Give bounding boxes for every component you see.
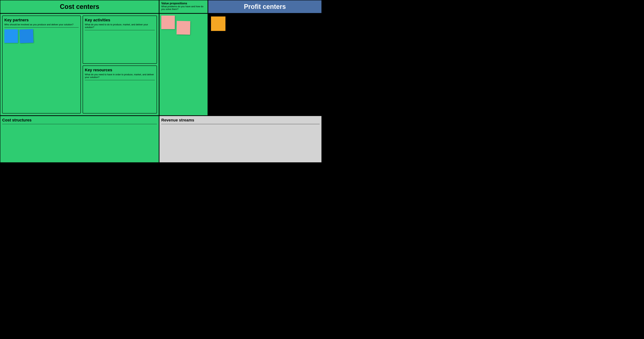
key-activities-subtitle: What do you need to do to produce, marke… <box>85 23 155 29</box>
sticky-note-pink-1[interactable] <box>161 16 175 29</box>
revenue-streams-title: Revenue streams <box>161 118 320 123</box>
header-value-propositions: Value propositions What problems do you … <box>159 0 208 14</box>
value-propositions-header-title: Value propositions <box>161 2 206 5</box>
key-activities-divider <box>85 30 155 30</box>
revenue-streams-panel: Revenue streams <box>159 116 322 163</box>
header-cost-centers: Cost centers <box>0 0 159 14</box>
key-partners-title: Key partners <box>4 18 79 23</box>
profit-centers-main <box>208 14 322 116</box>
value-propositions-header-subtitle: What problems do you have and how do you… <box>161 5 206 11</box>
key-partners-sticky-notes <box>4 29 79 43</box>
key-partners-subtitle: Who should be involved as you produce an… <box>4 23 79 26</box>
cost-structures-panel: Cost structures <box>0 116 159 163</box>
sticky-note-pink-2[interactable] <box>176 21 190 35</box>
cost-structures-title: Cost structures <box>2 118 157 123</box>
key-resources-subtitle: What do you need to have in order to pro… <box>85 73 155 79</box>
key-activities-resources-container: Key activities What do you need to do to… <box>82 16 157 114</box>
profit-centers-title: Profit centers <box>244 3 286 11</box>
cost-centers-title: Cost centers <box>60 3 99 11</box>
header-profit-centers: Profit centers <box>208 0 322 14</box>
key-partners-divider <box>4 27 79 28</box>
main-cost-centers: Key partners Who should be involved as y… <box>0 14 159 116</box>
value-propositions-main <box>159 14 208 116</box>
sticky-note-yellow[interactable] <box>211 17 226 31</box>
key-activities-title: Key activities <box>85 18 155 23</box>
value-propositions-sticky-notes <box>161 16 206 35</box>
key-resources-title: Key resources <box>85 68 155 72</box>
sticky-note-blue-1[interactable] <box>4 29 18 43</box>
cost-structures-content <box>2 126 157 161</box>
key-activities-panel: Key activities What do you need to do to… <box>82 16 157 64</box>
sticky-note-blue-2[interactable] <box>20 29 34 43</box>
canvas: Cost centers Value propositions What pro… <box>0 0 322 169</box>
key-resources-panel: Key resources What do you need to have i… <box>82 66 157 114</box>
key-partners-panel: Key partners Who should be involved as y… <box>2 16 81 114</box>
revenue-streams-content <box>161 126 320 161</box>
